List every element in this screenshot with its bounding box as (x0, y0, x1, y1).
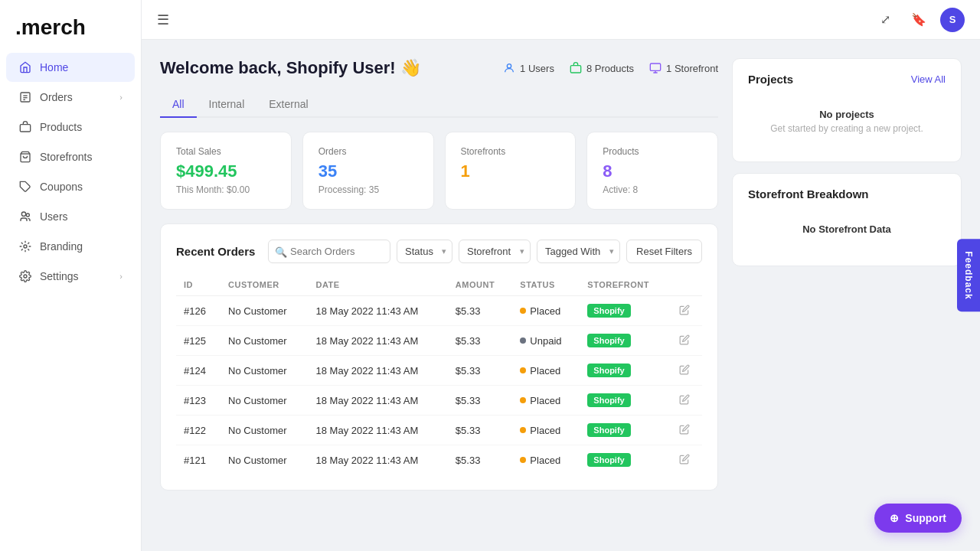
edit-icon[interactable] (679, 305, 690, 318)
order-id: #121 (176, 445, 220, 475)
status-dot (520, 367, 526, 373)
users-icon (503, 62, 515, 74)
header-stats: 1 Users 8 Products 1 Storefront (503, 62, 718, 74)
order-edit[interactable] (671, 386, 702, 416)
support-button[interactable]: ⊕ Support (874, 504, 962, 533)
user-avatar[interactable]: S (940, 8, 965, 32)
reset-filters-button[interactable]: Reset Filters (626, 240, 702, 263)
col-status: STATUS (512, 274, 580, 296)
orders-table: ID CUSTOMER DATE AMOUNT STATUS STOREFRON… (176, 274, 702, 474)
logo-dot: . (15, 15, 21, 40)
stats-row: Total Sales $499.45 This Month: $0.00 Or… (160, 132, 718, 210)
sidebar-item-orders[interactable]: Orders › (6, 83, 135, 112)
order-edit[interactable] (671, 416, 702, 445)
shopify-badge: Shopify (587, 304, 630, 318)
order-customer: No Customer (220, 326, 309, 356)
edit-icon[interactable] (679, 364, 690, 377)
status-dot (520, 308, 526, 314)
status-dot (520, 457, 526, 463)
logo-text: merch (21, 15, 86, 40)
order-date: 18 May 2022 11:43 AM (309, 326, 448, 356)
topbar: ☰ ⤢ 🔖 S (142, 0, 980, 40)
projects-no-data-sub: Get started by creating a new project. (748, 123, 946, 134)
order-id: #122 (176, 416, 220, 445)
sidebar-item-settings[interactable]: Settings › (6, 262, 135, 291)
tab-all[interactable]: All (160, 92, 197, 118)
expand-icon[interactable]: ⤢ (873, 8, 897, 32)
edit-icon[interactable] (679, 454, 690, 467)
logo-area: . merch (0, 0, 141, 52)
sidebar-item-coupons[interactable]: Coupons (6, 172, 135, 201)
feedback-tab[interactable]: Feedback (957, 239, 980, 311)
storefront-icon (649, 62, 662, 74)
order-storefront: Shopify (580, 326, 671, 356)
users-icon (18, 210, 32, 223)
sidebar-item-storefronts[interactable]: Storefronts (6, 142, 135, 171)
status-label: Placed (530, 425, 560, 436)
view-all-button[interactable]: View All (911, 73, 946, 85)
storefront-filter-wrap: Storefront (459, 240, 531, 263)
edit-icon[interactable] (679, 334, 690, 347)
status-filter[interactable]: Status (397, 240, 452, 263)
tab-external[interactable]: External (256, 92, 320, 118)
col-amount: AMOUNT (448, 274, 513, 296)
svg-rect-13 (650, 64, 660, 70)
tab-internal[interactable]: Internal (197, 92, 257, 118)
col-storefront: STOREFRONT (580, 274, 671, 296)
storefront-breakdown-card: Storefront Breakdown No Storefront Data (732, 173, 962, 266)
bookmark-icon[interactable]: 🔖 (906, 8, 931, 32)
stat-card-value: 1 (461, 161, 560, 181)
storefront-breakdown-text: No Storefront Data (748, 223, 946, 235)
storefront-filter[interactable]: Storefront (459, 240, 531, 263)
products-icon (18, 120, 32, 134)
order-storefront: Shopify (580, 445, 671, 475)
sidebar-item-label-storefronts: Storefronts (40, 151, 122, 163)
content-area: Welcome back, Shopify User! 👋 1 Users 8 … (142, 40, 980, 551)
stat-card-label: Total Sales (176, 146, 276, 157)
orders-header: Recent Orders 🔍 Status (176, 240, 702, 263)
tagged-filter[interactable]: Tagged With (537, 240, 620, 263)
storefront-stat-label: 1 Storefront (666, 63, 718, 74)
home-icon (18, 60, 32, 74)
sidebar-item-products[interactable]: Products (6, 112, 135, 142)
order-id: #126 (176, 296, 220, 326)
projects-card: Projects View All No projects Get starte… (732, 58, 962, 162)
page-title: Welcome back, Shopify User! 👋 (160, 58, 421, 78)
status-label: Placed (530, 395, 560, 406)
order-customer: No Customer (220, 296, 309, 326)
order-edit[interactable] (671, 296, 702, 326)
sidebar-item-users[interactable]: Users (6, 202, 135, 231)
sidebar-item-label-users: Users (40, 210, 122, 223)
shopify-badge: Shopify (587, 393, 630, 407)
order-edit[interactable] (671, 445, 702, 475)
order-date: 18 May 2022 11:43 AM (309, 386, 448, 416)
menu-icon[interactable]: ☰ (157, 11, 169, 28)
sidebar-item-home[interactable]: Home (6, 53, 135, 82)
order-edit[interactable] (671, 356, 702, 386)
products-icon (570, 62, 582, 74)
stat-card-orders: Orders 35 Processing: 35 (302, 132, 434, 210)
svg-point-9 (24, 245, 27, 248)
stat-card-products: Products 8 Active: 8 (586, 132, 718, 210)
orders-title: Recent Orders (176, 245, 255, 258)
projects-title: Projects (748, 73, 793, 86)
status-dot (520, 397, 526, 403)
svg-rect-12 (570, 66, 580, 73)
nav-arrow-settings: › (119, 272, 122, 281)
order-id: #125 (176, 326, 220, 356)
table-row: #125 No Customer 18 May 2022 11:43 AM $5… (176, 326, 702, 356)
edit-icon[interactable] (679, 394, 690, 407)
shopify-badge: Shopify (587, 453, 630, 467)
col-id: ID (176, 274, 220, 296)
sidebar-item-branding[interactable]: Branding (6, 232, 135, 261)
order-edit[interactable] (671, 326, 702, 356)
order-storefront: Shopify (580, 296, 671, 326)
stat-card-value: 35 (318, 161, 418, 181)
filter-tabs: AllInternalExternal (160, 92, 718, 118)
svg-point-10 (24, 275, 27, 278)
table-header-row: ID CUSTOMER DATE AMOUNT STATUS STOREFRON… (176, 274, 702, 296)
search-wrap: 🔍 (268, 240, 390, 263)
order-status: Unpaid (512, 326, 580, 356)
edit-icon[interactable] (679, 424, 690, 437)
nav-arrow-orders: › (119, 93, 122, 102)
